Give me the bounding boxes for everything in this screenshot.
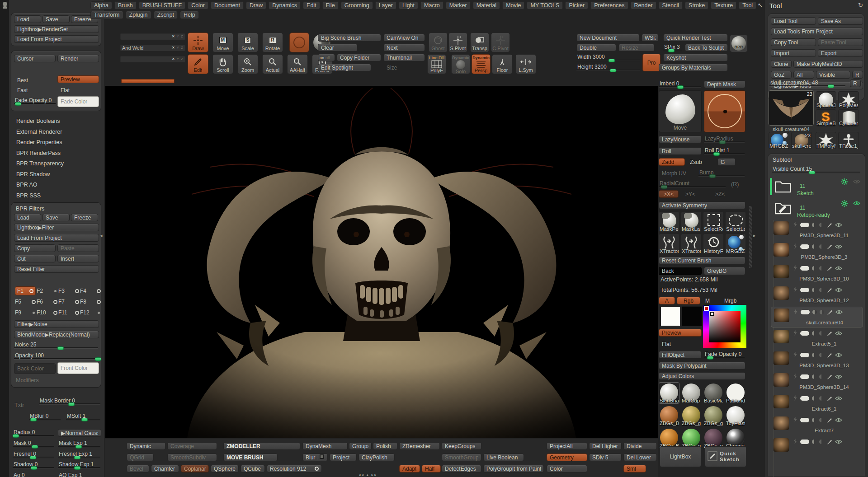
- disp-toggle-icon[interactable]: [820, 310, 824, 314]
- subtool-item[interactable]: PM3D_Sphere3D_14: [771, 372, 863, 393]
- reset-filter-button[interactable]: Reset Filter: [14, 265, 99, 273]
- mblur-slider[interactable]: MBlur 0: [29, 413, 61, 421]
- goz-button[interactable]: GoZ: [771, 71, 792, 79]
- uv-toggle-icon[interactable]: [812, 223, 816, 227]
- eye-icon[interactable]: [835, 223, 842, 227]
- msoft-slider[interactable]: MSoft 1: [66, 413, 101, 421]
- groups-button[interactable]: Groups: [349, 442, 372, 450]
- nav-edit[interactable]: Edit: [188, 54, 208, 74]
- double-button[interactable]: Double: [576, 44, 616, 51]
- brush-thumb-maskpe-00[interactable]: MaskPe: [659, 211, 679, 232]
- polypaint-icon[interactable]: [800, 440, 809, 444]
- filter-slot-f6[interactable]: F6: [37, 297, 57, 306]
- disp-toggle-icon[interactable]: [819, 396, 824, 401]
- big-scene-brush-button[interactable]: Big Scene Brush: [318, 34, 381, 42]
- divider-right-icon[interactable]: ▸: [753, 233, 756, 238]
- material-toyplast-13[interactable]: ToyPlast: [725, 405, 746, 426]
- menu-draw[interactable]: Draw: [246, 1, 266, 9]
- paint-mode-a[interactable]: A: [659, 297, 675, 304]
- divider-left-icon[interactable]: ◂: [100, 233, 103, 238]
- bump-slider[interactable]: Bump: [698, 169, 745, 177]
- scroll-up-icon[interactable]: ▴: [367, 472, 370, 477]
- preview-mode-button[interactable]: Preview: [57, 75, 99, 83]
- view-l-sym[interactable]: L.Sym: [515, 54, 536, 74]
- nav-scroll[interactable]: Scroll: [212, 54, 233, 74]
- render-link-external-renderer[interactable]: External Renderer: [16, 129, 62, 135]
- reset-current-brush-button[interactable]: Reset Current Brush: [659, 257, 745, 264]
- uv-toggle-icon[interactable]: [812, 440, 816, 444]
- fill-object-button[interactable]: FillObject: [659, 351, 702, 359]
- paint-mode-m[interactable]: M: [702, 297, 719, 304]
- greybg-button[interactable]: GreyBG: [704, 267, 745, 275]
- material-chrome-23[interactable]: Chrome: [725, 427, 746, 449]
- filter-slot-f4[interactable]: F4: [80, 286, 101, 295]
- ao-0-slider[interactable]: Ao 0: [13, 472, 55, 477]
- render-link-render-booleans[interactable]: Render Booleans: [16, 118, 60, 124]
- weld-row-1[interactable]: ✕ Y Z: [120, 33, 186, 40]
- scroll-right-icon[interactable]: ▸▸: [372, 472, 377, 477]
- goz-visible-button[interactable]: Visible: [816, 71, 850, 79]
- tool-thumb-polymes[interactable]: PolyMes: [838, 91, 859, 108]
- menu-grooming[interactable]: Grooming: [341, 1, 373, 9]
- projectall-button[interactable]: ProjectAll: [547, 442, 587, 450]
- uv-toggle-icon[interactable]: [812, 266, 816, 271]
- subtool-folder-sketch[interactable]: 11Sketch: [770, 177, 864, 197]
- render-load-from-project-button[interactable]: Load From Project: [14, 35, 99, 43]
- geometry-button[interactable]: Geometry: [547, 454, 587, 461]
- eye-icon[interactable]: [835, 244, 842, 249]
- morph-uv-button[interactable]: Morph UV: [659, 169, 697, 177]
- lazyradius-slider[interactable]: LazyRadius: [704, 136, 745, 143]
- render-save-button[interactable]: Save: [42, 15, 70, 23]
- filter-slot-f11[interactable]: F11: [58, 308, 79, 317]
- radialcount-slider[interactable]: RadialCount: [659, 180, 726, 188]
- zremesher-button[interactable]: ZRemesher: [399, 442, 440, 450]
- menu-layer[interactable]: Layer: [375, 1, 396, 9]
- uv-toggle-icon[interactable]: [812, 310, 817, 314]
- filter-paste-button[interactable]: Paste: [57, 244, 99, 252]
- lightbox-button[interactable]: LightBox: [660, 446, 701, 467]
- menu-dynamics[interactable]: Dynamics: [269, 1, 301, 9]
- paint-mode-rgb[interactable]: Rgb: [677, 297, 700, 304]
- disp-toggle-icon[interactable]: [819, 223, 824, 227]
- render-link-bpr-transparency[interactable]: BPR Transparency: [16, 160, 64, 167]
- sdiv-5-button[interactable]: SDiv 5: [589, 454, 622, 461]
- uv-toggle-icon[interactable]: [812, 353, 816, 357]
- half-button[interactable]: Half: [422, 465, 441, 472]
- paint-icon[interactable]: [826, 417, 832, 423]
- mask-exp-1-slider[interactable]: Mask Exp 1: [58, 440, 101, 448]
- menu-zplugin[interactable]: Zplugin: [126, 11, 151, 19]
- depth-mask-button[interactable]: Depth Mask: [704, 80, 745, 88]
- tool-scale[interactable]: SScale: [237, 33, 258, 52]
- subtool-item[interactable]: [771, 437, 863, 458]
- subtool-item[interactable]: PM3D_Sphere3D_11: [771, 220, 863, 241]
- shelf-scrollbar[interactable]: [749, 206, 753, 269]
- paint-icon[interactable]: [826, 331, 832, 337]
- render-tab[interactable]: Render: [57, 55, 99, 62]
- eye-icon[interactable]: [835, 310, 843, 314]
- brush-thumb-selectre-02[interactable]: SelectRe: [703, 211, 724, 232]
- opacity-slider[interactable]: Opacity 100: [14, 352, 99, 360]
- thumbnail-button[interactable]: Thumbnail: [383, 54, 425, 61]
- dynamic-button[interactable]: Dynamic: [127, 442, 165, 450]
- filter-slot-f5[interactable]: F5: [15, 297, 36, 306]
- new-document-button[interactable]: New Document: [576, 34, 640, 42]
- document-canvas[interactable]: [105, 86, 658, 438]
- polish-button[interactable]: Polish: [373, 442, 397, 450]
- cursor-tab[interactable]: Cursor: [14, 55, 56, 62]
- tool-thumb-tmpolym[interactable]: TMPolyM: [816, 132, 836, 149]
- gear-icon[interactable]: [841, 200, 848, 207]
- fresnel-exp-1-slider[interactable]: Fresnel Exp 1: [58, 451, 101, 458]
- back-color-button[interactable]: Back: [659, 267, 702, 275]
- tool-refresh-icon[interactable]: ↻: [858, 2, 863, 9]
- quick-sketch-button[interactable]: Quick Sketch: [705, 446, 746, 467]
- del-higher-button[interactable]: Del Higher: [589, 442, 622, 450]
- move-brush-button[interactable]: MOVE BRUSH: [223, 454, 278, 461]
- material-basicma-02[interactable]: BasicMa: [703, 382, 724, 404]
- weld-row-3[interactable]: ✕ Y Z: [120, 55, 186, 63]
- project-button[interactable]: Project: [330, 454, 357, 461]
- tool-move[interactable]: MMove: [212, 33, 233, 52]
- copy-tool-button[interactable]: Copy Tool: [771, 38, 816, 46]
- filter-insert-button[interactable]: Insert: [57, 255, 99, 262]
- material-zbgs-pu-22[interactable]: ZBGs_pu: [703, 427, 724, 449]
- active-tool-slider[interactable]: skull-creature04. 48: [769, 80, 846, 87]
